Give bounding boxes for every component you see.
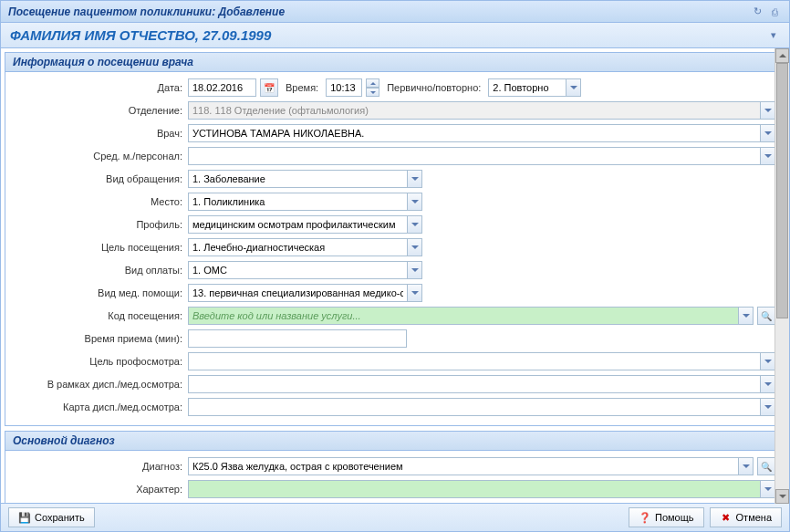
diagnosis-search-icon[interactable]: 🔍	[757, 457, 775, 475]
visit-code-input[interactable]	[188, 307, 738, 325]
doctor-dropdown[interactable]	[760, 124, 775, 142]
calendar-icon[interactable]: 📅	[260, 78, 278, 97]
visit-code-search-icon[interactable]: 🔍	[757, 307, 775, 325]
refresh-icon[interactable]: ↻	[751, 5, 764, 18]
patient-name: ФАМИЛИЯ ИМЯ ОТЧЕСТВО, 27.09.1999	[10, 27, 271, 43]
diagnosis-dropdown[interactable]	[738, 457, 754, 475]
disp-frame-dropdown[interactable]	[760, 375, 775, 393]
med-help-input[interactable]	[188, 284, 407, 302]
nurse-input[interactable]	[188, 147, 760, 165]
place-dropdown[interactable]	[407, 193, 422, 211]
section-visit-header: Информация о посещении врача	[5, 53, 785, 72]
receive-time-input[interactable]	[188, 329, 407, 348]
payment-dropdown[interactable]	[407, 261, 422, 279]
character-dropdown[interactable]	[760, 480, 775, 498]
disp-frame-input[interactable]	[188, 375, 760, 393]
visit-purpose-input[interactable]	[188, 238, 407, 256]
time-input[interactable]	[326, 78, 362, 97]
scrollbar[interactable]	[774, 48, 789, 504]
save-label: Сохранить	[35, 512, 85, 523]
patient-bar: ФАМИЛИЯ ИМЯ ОТЧЕСТВО, 27.09.1999 ▾	[1, 23, 789, 48]
primary-input[interactable]	[488, 78, 566, 97]
save-button[interactable]: 💾 Сохранить	[8, 507, 95, 527]
label-diagnosis: Диагноз:	[15, 461, 188, 472]
label-med-help: Вид мед. помощи:	[15, 287, 188, 298]
visit-code-dropdown[interactable]	[738, 307, 754, 325]
scrollbar-down[interactable]	[775, 489, 789, 504]
save-icon: 💾	[18, 511, 31, 524]
profile-dropdown[interactable]	[407, 215, 422, 234]
diagnosis-input[interactable]	[188, 457, 738, 475]
payment-input[interactable]	[188, 261, 407, 279]
label-visit-purpose: Цель посещения:	[15, 242, 188, 253]
label-nurse: Сред. м./персонал:	[15, 151, 188, 162]
help-label: Помощь	[655, 512, 694, 523]
section-diag-header: Основной диагноз	[5, 432, 785, 451]
med-help-dropdown[interactable]	[407, 284, 422, 302]
scrollbar-thumb[interactable]	[776, 63, 788, 318]
scrollbar-track[interactable]	[775, 63, 789, 489]
label-department: Отделение:	[15, 105, 188, 116]
time-spin-up[interactable]	[366, 78, 379, 88]
character-input[interactable]	[188, 480, 760, 498]
label-disp-card: Карта дисп./мед.осмотра:	[15, 402, 188, 412]
label-time: Время:	[282, 82, 322, 93]
prof-purpose-dropdown[interactable]	[760, 352, 775, 370]
disp-card-input[interactable]	[188, 398, 760, 416]
appeal-dropdown[interactable]	[407, 170, 422, 188]
label-prof-purpose: Цель профосмотра:	[15, 356, 188, 367]
print-icon[interactable]: ⎙	[768, 5, 782, 18]
profile-input[interactable]	[188, 215, 407, 234]
scrollbar-up[interactable]	[775, 48, 789, 63]
nurse-dropdown[interactable]	[760, 147, 775, 165]
collapse-icon[interactable]: ▾	[766, 28, 780, 42]
help-button[interactable]: ❓ Помощь	[629, 507, 704, 527]
titlebar: Посещение пациентом поликлиники: Добавле…	[1, 1, 789, 23]
help-icon: ❓	[639, 511, 651, 524]
label-profile: Профиль:	[15, 219, 188, 230]
disp-card-dropdown[interactable]	[760, 398, 775, 416]
cancel-icon: ✖	[720, 511, 733, 524]
label-receive-time: Время приема (мин):	[15, 333, 188, 344]
department-dropdown[interactable]	[760, 101, 775, 120]
date-input[interactable]	[188, 78, 256, 97]
cancel-label: Отмена	[736, 512, 772, 523]
footer: 💾 Сохранить ❓ Помощь ✖ Отмена	[1, 503, 789, 531]
label-appeal: Вид обращения:	[15, 173, 188, 184]
label-doctor: Врач:	[15, 128, 188, 139]
label-disp-frame: В рамках дисп./мед.осмотра:	[15, 379, 188, 390]
label-visit-code: Код посещения:	[15, 310, 188, 321]
doctor-input[interactable]	[188, 124, 760, 142]
content-area: Информация о посещении врача Дата: 📅 Вре…	[1, 48, 789, 503]
window-title: Посещение пациентом поликлиники: Добавле…	[8, 5, 285, 18]
appeal-input[interactable]	[188, 170, 407, 188]
primary-dropdown[interactable]	[566, 78, 581, 97]
label-character: Характер:	[15, 484, 188, 495]
label-payment: Вид оплаты:	[15, 265, 188, 276]
label-place: Место:	[15, 196, 188, 207]
place-input[interactable]	[188, 193, 407, 211]
label-primary: Первично/повторно:	[383, 82, 484, 93]
visit-purpose-dropdown[interactable]	[407, 238, 422, 256]
label-date: Дата:	[15, 82, 188, 93]
cancel-button[interactable]: ✖ Отмена	[710, 507, 782, 527]
department-input	[188, 101, 760, 120]
section-visit-info: Информация о посещении врача Дата: 📅 Вре…	[5, 52, 785, 426]
time-spin-down[interactable]	[366, 88, 379, 97]
prof-purpose-input[interactable]	[188, 352, 760, 370]
section-main-diagnosis: Основной диагноз Диагноз: 🔍 Характер:	[5, 431, 785, 503]
